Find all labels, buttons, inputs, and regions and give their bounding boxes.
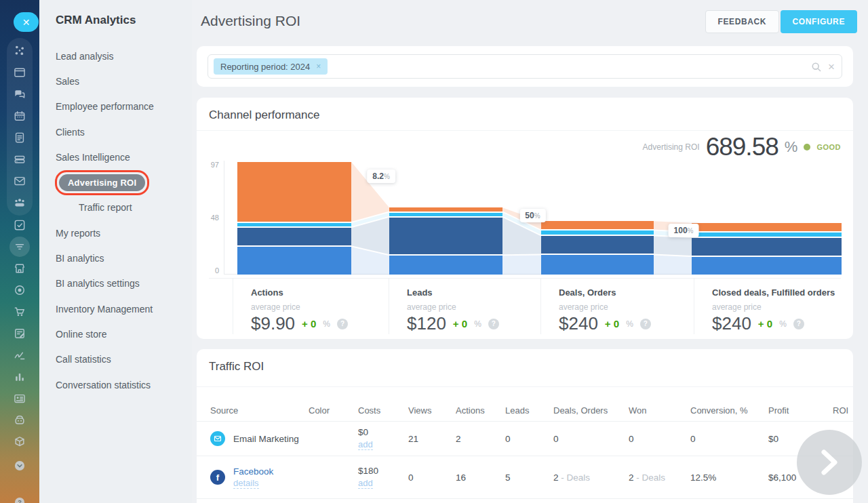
leads-value: 5 bbox=[505, 472, 553, 483]
sidebar-item-clients[interactable]: Clients bbox=[39, 119, 192, 144]
cart-icon[interactable] bbox=[7, 301, 33, 323]
browser-icon[interactable] bbox=[7, 62, 33, 83]
add-costs-link[interactable]: add bbox=[358, 439, 373, 450]
users-icon[interactable] bbox=[7, 192, 33, 214]
status-badge: GOOD bbox=[816, 143, 841, 151]
funnel-bar-source-darkblue[interactable] bbox=[692, 238, 842, 256]
facebook-icon: f bbox=[210, 470, 225, 485]
active-item-pill[interactable]: Advertising ROI bbox=[59, 174, 145, 191]
column-header-profit: Profit bbox=[768, 405, 833, 416]
cube-icon[interactable] bbox=[7, 431, 33, 453]
configure-button[interactable]: CONFIGURE bbox=[781, 10, 857, 33]
scroll-right-button[interactable] bbox=[797, 430, 862, 495]
tasks-icon[interactable] bbox=[7, 214, 33, 236]
sidebar-item-traffic-report[interactable]: Traffic report bbox=[39, 195, 192, 220]
sidebar-item-online-store[interactable]: Online store bbox=[39, 321, 192, 346]
funnel-bar-source-orange[interactable] bbox=[237, 162, 351, 222]
details-link[interactable]: details bbox=[233, 478, 259, 489]
bar-chart-icon[interactable] bbox=[7, 366, 33, 388]
stage-price: $240 bbox=[712, 313, 751, 334]
funnel-bar-source-darkblue[interactable] bbox=[237, 228, 351, 245]
calendar-icon[interactable] bbox=[7, 105, 33, 127]
conversion-label: 8.2% bbox=[367, 169, 395, 183]
svg-text:?: ? bbox=[18, 499, 22, 503]
sidebar-item-conversation-statistics[interactable]: Conversation statistics bbox=[39, 372, 192, 397]
rail-icon-group bbox=[7, 38, 33, 216]
stage-closed-deals: Closed deals, Fulfilled orders average p… bbox=[694, 278, 853, 334]
help-icon[interactable]: ? bbox=[7, 491, 33, 503]
robot-icon[interactable] bbox=[7, 409, 33, 431]
network-icon[interactable] bbox=[7, 40, 33, 62]
funnel-bar-source-cyan[interactable] bbox=[692, 233, 842, 237]
add-costs-link[interactable]: add bbox=[358, 478, 373, 489]
column-header-views: Views bbox=[408, 405, 456, 416]
sidebar-item-bi-analytics[interactable]: BI analytics bbox=[39, 245, 192, 270]
target-icon[interactable] bbox=[7, 279, 33, 301]
document-icon[interactable] bbox=[7, 127, 33, 148]
clear-search-icon[interactable]: × bbox=[828, 60, 835, 74]
id-card-icon[interactable] bbox=[7, 388, 33, 409]
sidebar-item-advertising-roi[interactable]: Advertising ROI bbox=[39, 169, 192, 195]
close-icon[interactable]: ✕ bbox=[14, 12, 39, 32]
sidebar-item-employee-performance[interactable]: Employee performance bbox=[39, 94, 192, 119]
conversion-label: 100% bbox=[669, 224, 699, 237]
sidebar-item-lead-analysis[interactable]: Lead analysis bbox=[39, 43, 192, 68]
stage-leads: Leads average price $120 + 0 % ? bbox=[389, 278, 540, 334]
divider bbox=[197, 130, 853, 131]
funnel-connector-source-blue bbox=[654, 161, 692, 275]
source-cell: f Facebook details bbox=[210, 466, 309, 489]
channel-card-title: Channel performance bbox=[209, 108, 319, 122]
search-input[interactable]: Reporting period: 2024 × × bbox=[208, 54, 842, 79]
table-row: f Facebook details $180 add 0 16 5 2 - D… bbox=[197, 456, 853, 499]
costs-value: $0 bbox=[358, 427, 408, 437]
source-link[interactable]: Facebook bbox=[233, 466, 273, 477]
filter-chip[interactable]: Reporting period: 2024 × bbox=[214, 58, 328, 75]
funnel-bar-source-cyan[interactable] bbox=[541, 230, 654, 235]
mail-icon[interactable] bbox=[7, 170, 33, 192]
source-name: Email Marketing bbox=[233, 434, 299, 444]
advertising-roi-summary: Advertising ROI 689.58 % GOOD bbox=[643, 133, 841, 161]
conversion-value: 0 bbox=[690, 434, 768, 444]
store-icon[interactable] bbox=[7, 258, 33, 279]
filter-card: Reporting period: 2024 × × bbox=[197, 46, 853, 87]
funnel-bar-source-blue[interactable] bbox=[389, 256, 502, 275]
signature-icon[interactable] bbox=[7, 344, 33, 366]
funnel-bar-source-blue[interactable] bbox=[692, 257, 842, 275]
funnel-bar-source-cyan[interactable] bbox=[237, 223, 351, 226]
form-icon[interactable] bbox=[7, 323, 33, 344]
help-icon[interactable]: ? bbox=[337, 319, 348, 329]
funnel-bar-source-orange[interactable] bbox=[541, 221, 654, 229]
filter-icon[interactable] bbox=[7, 236, 33, 258]
chip-remove-icon[interactable]: × bbox=[316, 62, 321, 71]
help-icon[interactable]: ? bbox=[793, 319, 804, 329]
chevron-down-icon[interactable] bbox=[7, 455, 33, 477]
sidebar-item-call-statistics[interactable]: Call statistics bbox=[39, 347, 192, 372]
drive-icon[interactable] bbox=[7, 148, 33, 170]
roi-label: Advertising ROI bbox=[643, 142, 700, 152]
sidebar-item-my-reports[interactable]: My reports bbox=[39, 220, 192, 245]
chat-icon[interactable] bbox=[7, 83, 33, 105]
search-icon[interactable] bbox=[811, 62, 822, 73]
stage-actions: Actions average price $9.90 + 0 % ? bbox=[233, 278, 389, 334]
sidebar-item-sales[interactable]: Sales bbox=[39, 68, 192, 94]
y-axis-tick: 97 bbox=[211, 161, 219, 169]
help-icon[interactable]: ? bbox=[488, 319, 499, 329]
sidebar-item-bi-analytics-settings[interactable]: BI analytics settings bbox=[39, 271, 192, 296]
deals-value: 0 bbox=[553, 434, 629, 444]
rail-icon-list: ? bbox=[7, 214, 33, 503]
funnel-bar-source-orange[interactable] bbox=[692, 223, 842, 231]
help-icon[interactable]: ? bbox=[640, 319, 651, 329]
channel-performance-card: Channel performance Advertising ROI 689.… bbox=[197, 98, 853, 339]
sidebar-item-sales-intelligence[interactable]: Sales Intelligence bbox=[39, 144, 192, 169]
funnel-bar-source-darkblue[interactable] bbox=[389, 218, 502, 255]
actions-value: 2 bbox=[456, 434, 505, 444]
feedback-button[interactable]: FEEDBACK bbox=[705, 10, 779, 33]
funnel-bar-source-cyan[interactable] bbox=[389, 213, 502, 216]
funnel-bar-source-blue[interactable] bbox=[541, 255, 654, 275]
funnel-bar-source-blue[interactable] bbox=[237, 247, 351, 275]
stage-delta: + 0 bbox=[302, 318, 316, 329]
funnel-bar-source-darkblue[interactable] bbox=[541, 236, 654, 254]
funnel-bar-source-orange[interactable] bbox=[389, 207, 502, 211]
stage-delta: + 0 bbox=[605, 318, 619, 329]
sidebar-item-inventory-management[interactable]: Inventory Management bbox=[39, 296, 192, 321]
